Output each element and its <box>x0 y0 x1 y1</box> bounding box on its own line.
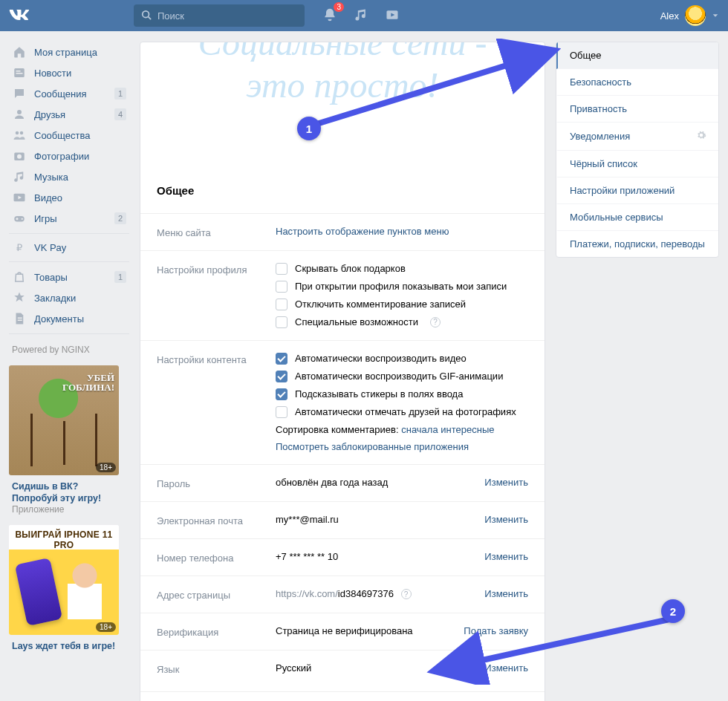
avatar <box>685 5 706 26</box>
help-icon[interactable]: ? <box>401 589 412 599</box>
settings-tab-label: Мобильные сервисы <box>570 212 663 223</box>
sidebar-item[interactable]: Фотографии <box>9 146 129 166</box>
settings-tab[interactable]: Приватность <box>556 96 718 123</box>
gear-icon[interactable] <box>696 130 706 143</box>
market-icon <box>12 270 27 284</box>
sidebar-item[interactable]: Видео <box>9 187 129 208</box>
vk-logo-icon[interactable] <box>9 10 30 22</box>
help-icon[interactable]: ? <box>430 317 441 327</box>
sidebar-item[interactable]: Игры2 <box>9 208 129 229</box>
sidebar-item[interactable]: Моя страница <box>9 42 129 62</box>
svg-rect-17 <box>18 318 22 319</box>
menu-display-link[interactable]: Настроить отображение пунктов меню <box>276 226 449 237</box>
settings-nav: ОбщееБезопасностьПриватностьУведомленияЧ… <box>556 42 719 258</box>
ad-overlay-text: УБЕЙ ГОБЛИНА! <box>62 373 114 392</box>
home-icon <box>12 45 27 59</box>
checkbox-row[interactable]: Скрывать блок подарков <box>276 263 528 275</box>
checkbox[interactable] <box>276 263 287 275</box>
sort-value-link[interactable]: сначала интересные <box>401 424 494 435</box>
change-link[interactable]: Изменить <box>484 514 528 525</box>
checkbox-row[interactable]: Отключить комментирование записей <box>276 299 528 310</box>
ad-card[interactable]: ВЫИГРАЙ IPHONE 11 PRO 18+ <box>9 525 119 635</box>
chevron-down-icon <box>712 10 719 22</box>
sidebar-item-label: Документы <box>34 313 84 325</box>
count-badge: 2 <box>114 212 126 224</box>
settings-tab[interactable]: Общее <box>556 42 718 69</box>
settings-tab[interactable]: Чёрный список <box>556 151 718 177</box>
change-link[interactable]: Изменить <box>484 551 528 562</box>
settings-tab-label: Безопасность <box>570 76 631 88</box>
change-link[interactable]: Изменить <box>484 588 528 599</box>
checkbox[interactable] <box>276 353 287 365</box>
svg-rect-18 <box>18 320 22 322</box>
ad-title[interactable]: Lays ждет тебя в игре! <box>9 641 129 653</box>
checkbox-row[interactable]: Автоматически воспроизводить видео <box>276 353 528 365</box>
checkbox[interactable] <box>276 388 287 400</box>
sidebar-item-vkpay[interactable]: ₽ VK Pay <box>9 238 129 257</box>
apply-link[interactable]: Подать заявку <box>464 625 528 636</box>
checkbox-row[interactable]: Автоматически отмечать друзей на фотогра… <box>276 406 528 418</box>
sort-line: Сортировка комментариев: сначала интерес… <box>276 424 528 435</box>
ad-card[interactable]: УБЕЙ ГОБЛИНА! 18+ <box>9 365 119 475</box>
change-link[interactable]: Изменить <box>484 477 528 488</box>
settings-tab-label: Уведомления <box>570 131 630 142</box>
settings-tab[interactable]: Безопасность <box>556 69 718 96</box>
age-badge: 18+ <box>96 622 116 632</box>
sidebar-item[interactable]: Друзья4 <box>9 104 129 125</box>
ad-title[interactable]: Сидишь в ВК? Попробуй эту игру! <box>9 481 129 504</box>
notifications-icon[interactable]: 3 <box>322 7 337 25</box>
checkbox[interactable] <box>276 406 287 418</box>
music-icon <box>12 170 27 183</box>
sidebar-item-label: Друзья <box>34 109 65 120</box>
settings-tab[interactable]: Уведомления <box>556 123 718 151</box>
sidebar-item[interactable]: Сообщества <box>9 125 129 146</box>
divider <box>9 333 129 334</box>
music-icon[interactable] <box>354 7 368 25</box>
sidebar-item-label: Сообщения <box>34 88 87 100</box>
change-link[interactable]: Изменить <box>484 662 528 674</box>
checkbox[interactable] <box>276 281 287 293</box>
checkbox[interactable] <box>276 316 287 328</box>
checkbox[interactable] <box>276 371 287 382</box>
user-menu[interactable]: Alex <box>660 5 719 26</box>
ad-image: ВЫИГРАЙ IPHONE 11 PRO 18+ <box>9 525 119 635</box>
age-badge: 18+ <box>96 463 116 472</box>
divider <box>9 233 129 234</box>
sidebar-item[interactable]: Музыка <box>9 166 129 187</box>
settings-tab[interactable]: Платежи, подписки, переводы <box>556 231 718 257</box>
sidebar-item[interactable]: Новости <box>9 62 129 83</box>
checkbox-label: Автоматически отмечать друзей на фотогра… <box>295 406 516 417</box>
checkbox-row[interactable]: Подсказывать стикеры в полях ввода <box>276 388 528 400</box>
row-label: Язык <box>157 662 276 675</box>
phone-value: +7 *** *** ** 10 <box>276 551 484 562</box>
ad-banner-text: ВЫИГРАЙ IPHONE 11 PRO <box>9 529 119 550</box>
count-badge: 4 <box>114 108 126 120</box>
search-box[interactable] <box>134 4 305 27</box>
search-icon <box>141 10 152 22</box>
checkbox-row[interactable]: Автоматически воспроизводить GIF-анимаци… <box>276 371 528 382</box>
sidebar-item[interactable]: Сообщения1 <box>9 83 129 104</box>
blocked-apps-link[interactable]: Посмотреть заблокированные приложения <box>276 441 469 452</box>
checkbox-row[interactable]: При открытии профиля показывать мои запи… <box>276 281 528 293</box>
svg-point-7 <box>17 110 22 114</box>
search-input[interactable] <box>157 10 297 22</box>
checkbox[interactable] <box>276 299 287 310</box>
annotation-marker-2: 2 <box>661 599 685 623</box>
row-label: Настройки контента <box>157 353 276 365</box>
checkbox-row[interactable]: Специальные возможности? <box>276 316 528 328</box>
docs-icon <box>12 312 27 325</box>
svg-point-0 <box>143 10 149 17</box>
msg-icon <box>12 87 27 100</box>
settings-tab[interactable]: Мобильные сервисы <box>556 204 718 231</box>
sidebar-item[interactable]: Закладки <box>9 287 129 308</box>
verify-value: Страница не верифицирована <box>276 625 464 636</box>
video-icon[interactable] <box>385 7 400 25</box>
sidebar-item[interactable]: Документы <box>9 308 129 329</box>
groups-icon <box>12 128 27 142</box>
lang-value: Русский <box>276 662 484 674</box>
svg-point-9 <box>20 131 24 135</box>
checkbox-label: Автоматически воспроизводить видео <box>295 353 467 364</box>
sidebar-item[interactable]: Товары1 <box>9 267 129 287</box>
settings-tab[interactable]: Настройки приложений <box>556 177 718 204</box>
row-label: Электронная почта <box>157 514 276 526</box>
